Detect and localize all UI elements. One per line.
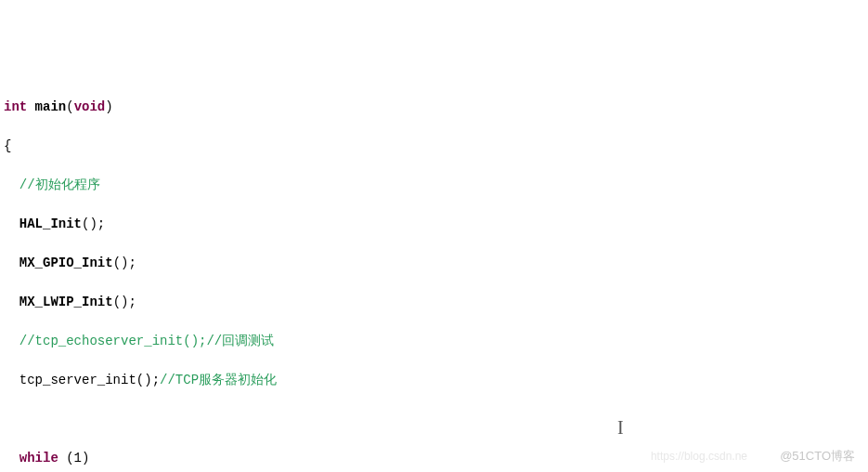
keyword-while: while xyxy=(4,451,58,465)
code-text: (); xyxy=(113,256,136,270)
code-line: int main(void) xyxy=(0,98,868,117)
paren: ) xyxy=(105,99,112,114)
comment: //tcp_echoserver_init();//回调测试 xyxy=(4,334,274,348)
paren: ( xyxy=(66,99,73,114)
func-mx-lwip-init: MX_LWIP_Init xyxy=(4,295,113,309)
code-editor[interactable]: int main(void) { //初始化程序 HAL_Init(); MX_… xyxy=(0,78,868,472)
code-line: //初始化程序 xyxy=(0,176,868,195)
func-main: main xyxy=(27,99,66,114)
code-line: tcp_server_init();//TCP服务器初始化 xyxy=(0,371,868,390)
comment: //TCP服务器初始化 xyxy=(160,373,277,387)
code-line: { xyxy=(0,137,868,156)
code-line: while (1) xyxy=(0,449,868,468)
code-line xyxy=(0,410,868,429)
comment: //初始化程序 xyxy=(4,177,100,192)
code-line: MX_GPIO_Init(); xyxy=(0,254,868,273)
func-tcp-server-init: tcp_server_init(); xyxy=(4,373,160,387)
code-text: (1) xyxy=(58,451,90,465)
code-text: (); xyxy=(82,216,105,231)
keyword-void: void xyxy=(74,99,106,114)
func-mx-gpio-init: MX_GPIO_Init xyxy=(4,256,113,270)
code-text: (); xyxy=(113,295,136,309)
keyword-int: int xyxy=(4,99,27,114)
code-line: //tcp_echoserver_init();//回调测试 xyxy=(0,332,868,351)
code-line: HAL_Init(); xyxy=(0,215,868,234)
func-hal-init: HAL_Init xyxy=(4,216,82,231)
code-line: MX_LWIP_Init(); xyxy=(0,293,868,312)
